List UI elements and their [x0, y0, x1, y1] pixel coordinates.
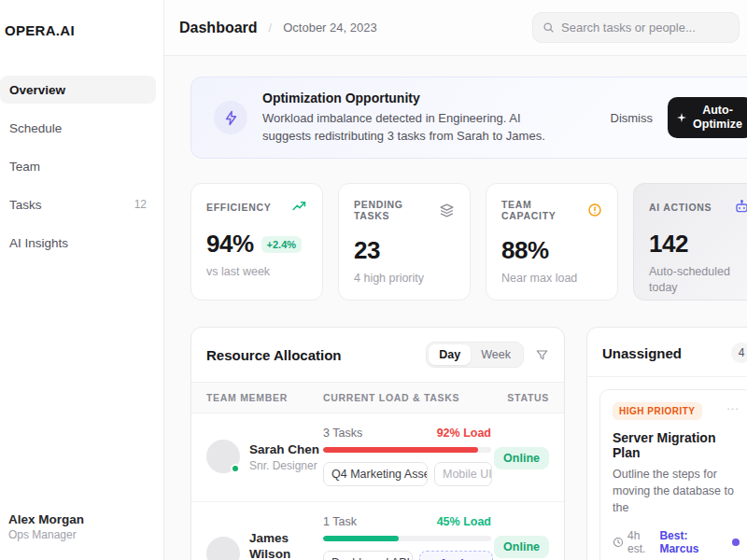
avatar — [206, 440, 240, 473]
stat-value: 23 — [354, 236, 380, 265]
sidebar-item-label: Team — [9, 160, 40, 174]
search-icon — [543, 21, 555, 34]
tasks-count-label: 3 Tasks — [323, 427, 362, 440]
estimate: 4h est. — [613, 529, 659, 555]
search-box[interactable] — [532, 12, 740, 43]
assign-suggestion-chip[interactable]: + Assign: Review — [419, 551, 493, 560]
column-current-load: CURRENT LOAD & TASKS — [323, 392, 491, 403]
status-cell: Online — [491, 515, 549, 560]
best-match[interactable]: Best: Marcus — [659, 529, 740, 555]
stat-label: TEAM CAPACITY — [501, 199, 587, 221]
alert-circle-icon — [587, 203, 602, 217]
task-chip[interactable]: Q4 Marketing Asse — [323, 462, 428, 486]
user-role: Ops Manager — [8, 528, 156, 541]
main-area: Dashboard / October 24, 2023 — [164, 0, 747, 560]
stat-card-ai-actions: AI ACTIONS 142 Auto-scheduled today — [633, 183, 747, 301]
day-week-toggle: Day Week — [426, 342, 524, 368]
best-match-label: Best: Marcus — [659, 529, 727, 555]
banner-actions: Dismiss Auto-Optimize — [611, 97, 747, 138]
member-cell: James Wilson Frontend Dev — [206, 515, 323, 560]
stat-subtext: Near max load — [501, 271, 602, 287]
stat-subtext: vs last week — [206, 264, 307, 280]
sidebar-nav: Overview Schedule Team Tasks 12 AI Insig… — [7, 76, 156, 261]
page-title: Dashboard — [179, 20, 258, 36]
stat-value: 94% — [206, 230, 254, 259]
more-options-icon[interactable]: ... — [726, 402, 740, 410]
zap-icon — [214, 101, 247, 134]
load-bar — [323, 536, 491, 541]
banner-description: Workload imbalance detected in Engineeri… — [262, 109, 571, 145]
user-name: Alex Morgan — [8, 512, 156, 526]
stats-row: EFFICIENCY 94% +2.4% vs last week — [190, 183, 747, 301]
member-name: Sarah Chen — [249, 441, 319, 457]
avatar — [206, 537, 240, 560]
toggle-week[interactable]: Week — [471, 344, 521, 365]
dismiss-button[interactable]: Dismiss — [611, 111, 654, 125]
stat-card-team-capacity: TEAM CAPACITY 88% Near max load — [486, 183, 618, 301]
sidebar-item-tasks[interactable]: Tasks 12 — [7, 190, 156, 218]
estimate-label: 4h est. — [627, 529, 659, 555]
load-bar — [323, 447, 491, 453]
column-status: STATUS — [491, 392, 549, 403]
sidebar-item-label: Overview — [9, 83, 65, 97]
app-window: OPERA.AI Overview Schedule Team Tasks 12… — [0, 0, 747, 560]
stat-value: 142 — [649, 230, 688, 259]
table-row-james-wilson[interactable]: James Wilson Frontend Dev 1 Task 45% Loa… — [191, 502, 564, 560]
robot-icon — [734, 199, 747, 215]
sparkle-icon — [677, 113, 686, 122]
unassigned-count-badge: 4 — [731, 343, 747, 363]
stat-card-pending-tasks: PENDING TASKS 23 4 high priority — [338, 183, 471, 301]
auto-optimize-button[interactable]: Auto-Optimize — [668, 97, 747, 138]
sidebar-item-ai-insights[interactable]: AI Insights — [7, 229, 156, 257]
search-input[interactable] — [561, 21, 729, 35]
sidebar-user[interactable]: Alex Morgan Ops Manager — [7, 512, 156, 541]
member-cell: Sarah Chen Snr. Designer — [206, 427, 323, 486]
load-percentage: 92% Load — [437, 427, 491, 440]
status-badge: Online — [494, 447, 549, 469]
task-title: Server Migration Plan — [613, 430, 740, 460]
table-row-sarah-chen[interactable]: Sarah Chen Snr. Designer 3 Tasks 92% Loa… — [191, 413, 564, 502]
resource-allocation-card: Resource Allocation Day Week — [190, 327, 565, 560]
member-name: James Wilson — [249, 530, 320, 560]
task-chip[interactable]: Mobile UI Ki — [434, 462, 492, 486]
best-match-avatar — [732, 539, 740, 546]
unassigned-task-card[interactable]: HIGH PRIORITY ... Server Migration Plan … — [599, 389, 747, 560]
toggle-day[interactable]: Day — [429, 344, 471, 365]
load-bar-fill — [323, 447, 478, 453]
resource-allocation-title: Resource Allocation — [206, 347, 341, 363]
stat-subtext: 4 high priority — [354, 271, 455, 287]
stat-value: 88% — [501, 236, 549, 265]
status-badge: Online — [494, 536, 549, 558]
tasks-count-label: 1 Task — [323, 515, 357, 528]
stat-card-efficiency: EFFICIENCY 94% +2.4% vs last week — [190, 183, 323, 301]
load-percentage: 45% Load — [437, 515, 491, 528]
sidebar-item-overview[interactable]: Overview — [0, 76, 156, 104]
load-cell: 1 Task 45% Load Dashboard API + Assign — [323, 515, 491, 560]
auto-optimize-label: Auto-Optimize — [691, 104, 745, 132]
task-chip[interactable]: Dashboard API — [323, 551, 413, 560]
sidebar-item-team[interactable]: Team — [7, 152, 156, 180]
app-logo: OPERA.AI — [5, 22, 156, 38]
assign-suggestion-label: Assign: Review — [439, 556, 484, 560]
banner-text: Optimization Opportunity Workload imbala… — [262, 91, 571, 145]
tasks-count-badge: 12 — [134, 198, 147, 211]
current-date: October 24, 2023 — [283, 21, 376, 35]
optimization-banner: Optimization Opportunity Workload imbala… — [190, 77, 747, 159]
member-role: Snr. Designer — [249, 459, 319, 472]
priority-badge: HIGH PRIORITY — [613, 402, 702, 420]
load-bar-fill — [323, 536, 399, 541]
filter-button[interactable] — [535, 348, 549, 362]
bottom-section: Resource Allocation Day Week — [190, 327, 747, 560]
stat-delta-badge: +2.4% — [261, 236, 303, 253]
banner-title: Optimization Opportunity — [262, 91, 571, 105]
layers-icon — [439, 203, 455, 218]
unassigned-panel: Unassigned 4 HIGH PRIORITY ... Server Mi… — [586, 327, 747, 560]
sidebar: OPERA.AI Overview Schedule Team Tasks 12… — [0, 0, 164, 560]
column-team-member: TEAM MEMBER — [206, 392, 323, 403]
unassigned-title: Unassigned — [602, 345, 682, 361]
stat-label: EFFICIENCY — [206, 202, 271, 213]
online-status-dot — [231, 464, 240, 473]
sidebar-item-schedule[interactable]: Schedule — [7, 114, 156, 142]
table-header: TEAM MEMBER CURRENT LOAD & TASKS STATUS — [191, 382, 564, 413]
status-cell: Online — [491, 427, 549, 486]
